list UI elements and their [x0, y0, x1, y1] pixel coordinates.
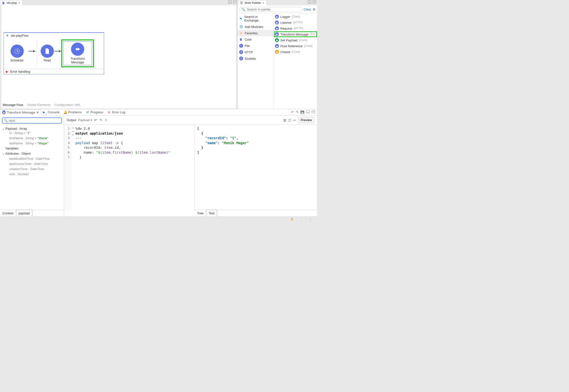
output-target[interactable]: Payload ▾ — [78, 118, 92, 122]
tree-leaf[interactable]: size : Number — [2, 171, 62, 177]
tab-context[interactable]: Context — [0, 210, 16, 217]
view-tab[interactable]: ⇄Progress — [84, 109, 106, 115]
category-label: Search in Exchange.. — [244, 15, 272, 22]
view-tab[interactable]: ▶_Console — [41, 109, 62, 115]
console-icon: ▶_ — [43, 111, 46, 114]
component-sublabel: (Core) — [304, 44, 313, 48]
category-label: HTTP — [245, 50, 253, 54]
http-icon: H — [239, 50, 243, 54]
dw-code-editor[interactable]: 1 2 3 4 5 6 7 ⊖ ⊖ ⊖ %dw 2.0 output appli… — [64, 125, 195, 210]
tree-leaf[interactable]: firstName : String = "Manik" — [2, 136, 62, 141]
palette-component[interactable]: ◆Set Payload (Core) — [274, 37, 317, 43]
palette-category[interactable]: FFile — [238, 42, 274, 49]
palette-tab[interactable]: ☰ Mule Palette ✕ — [238, 0, 267, 5]
separator — [301, 218, 302, 221]
component-transform-message[interactable]: Transform Message — [63, 41, 92, 65]
palette-icon: ☰ — [240, 1, 243, 5]
component-sublabel: (Core) — [299, 38, 307, 42]
palette-component[interactable]: ◆Choice (Core) — [274, 49, 317, 55]
component-icon: ◆ — [275, 38, 279, 42]
tab-tree[interactable]: Tree — [195, 210, 206, 217]
input-search-field[interactable] — [9, 119, 60, 122]
tab-config-xml[interactable]: Configuration XML — [54, 103, 81, 107]
palette-category[interactable]: Add Modules — [238, 24, 274, 30]
tab-message-flow[interactable]: Message Flow — [3, 103, 23, 107]
tm-icon: ◆ — [2, 111, 6, 114]
tm-label-1: Transform — [71, 57, 85, 60]
add-target-icon[interactable]: ≡⁺ — [94, 118, 98, 122]
component-read[interactable]: Read — [39, 44, 56, 62]
tree-node[interactable]: ⌄Attributes : Object — [2, 151, 62, 156]
component-label: Logger — [280, 15, 290, 19]
clear-link[interactable]: Clear — [304, 8, 311, 11]
flow-header[interactable]: ▼ dw-playFlow — [4, 33, 104, 38]
palette-search-input[interactable] — [247, 8, 300, 11]
flow-name: dw-playFlow — [11, 34, 29, 37]
gear-icon[interactable]: ⚙ — [313, 8, 316, 11]
maximize-icon[interactable] — [313, 0, 316, 3]
component-sublabel: (HTTP) — [293, 21, 303, 24]
tree-leaf[interactable]: id : String = "1" — [2, 130, 62, 136]
category-label: Core — [245, 38, 251, 41]
tree-node[interactable]: ⌄Payload : Arrayid : String = "1"firstNa… — [2, 126, 62, 177]
tab-global-elements[interactable]: Global Elements — [27, 103, 50, 107]
view-tab[interactable]: 🔔Problems — [62, 109, 84, 115]
category-label: File — [245, 44, 250, 48]
close-icon[interactable]: ✕ — [36, 111, 39, 114]
palette-component[interactable]: ◆Transform Message (Co — [274, 31, 317, 37]
component-label: Flow Reference — [280, 44, 303, 48]
palette-component[interactable]: ◆Flow Reference (Core) — [274, 43, 317, 49]
flow-container[interactable]: ▼ dw-playFlow Scheduler — [4, 32, 104, 74]
palette-component[interactable]: ◆Listener (HTTP) — [274, 20, 317, 26]
layout-icon-3[interactable]: ▭ — [293, 118, 296, 122]
tree-leaf[interactable]: lastName : String = "Magar" — [2, 141, 62, 146]
tree-leaf[interactable]: creationTime : DateTime — [2, 166, 62, 171]
tab-payload[interactable]: payload — [16, 210, 33, 217]
minimize-icon[interactable] — [228, 0, 232, 3]
menu-dots-icon[interactable]: ⋮ — [309, 218, 312, 221]
layout-icon-1[interactable]: ▥ — [283, 118, 286, 122]
editor-tab-dwplay[interactable]: dw-play ✕ — [0, 0, 23, 5]
tab-label: Error Log — [112, 110, 125, 114]
component-icon: ◆ — [275, 21, 279, 25]
palette-category[interactable]: HHTTP — [238, 49, 274, 55]
flow-canvas[interactable]: ▼ dw-playFlow Scheduler — [1, 5, 237, 109]
palette-category[interactable]: Core — [238, 36, 274, 42]
view-tab[interactable]: ◆Transform Message✕ — [0, 109, 41, 115]
palette-component[interactable]: ◆Request (HTTP) — [274, 26, 317, 31]
expand-icon[interactable]: ▶ — [6, 70, 8, 73]
maximize-icon[interactable] — [233, 0, 237, 3]
layout-icon-2[interactable]: ◫ — [288, 118, 291, 122]
palette-category[interactable]: Search in Exchange.. — [238, 14, 274, 24]
read-label: Read — [44, 59, 51, 62]
palette-category[interactable]: SSockets — [238, 55, 274, 62]
tree-node[interactable]: Variables — [2, 146, 62, 151]
component-icon: ◆ — [275, 27, 279, 30]
preview-button[interactable]: Preview — [298, 117, 315, 123]
edit-icon[interactable]: ✎ — [100, 118, 102, 122]
palette-search[interactable]: 🔍 — [239, 7, 302, 12]
palette-category[interactable]: ★Favorites — [238, 30, 274, 36]
view-tab[interactable]: ⊘Error Log — [106, 109, 128, 115]
deploy-icon[interactable] — [290, 217, 294, 222]
minimize-icon[interactable] — [308, 0, 311, 3]
redo-icon[interactable]: ↷ — [296, 110, 299, 114]
component-label: Listener — [280, 21, 292, 25]
delete-icon[interactable]: 🗑 — [104, 118, 107, 122]
error-handling-section[interactable]: ▶ Error handling — [4, 69, 104, 74]
minimize-icon[interactable] — [306, 110, 310, 113]
component-label: Request — [280, 27, 292, 30]
palette-component[interactable]: ◆Logger (Core) — [274, 14, 317, 20]
maximize-icon[interactable] — [312, 110, 315, 113]
undo-icon[interactable]: ↶ — [291, 110, 294, 114]
close-icon[interactable]: ✕ — [262, 1, 264, 5]
input-search[interactable]: 🔍 — [2, 117, 62, 124]
tree-leaf[interactable]: lastModifiedTime : DateTime — [2, 156, 62, 161]
tab-text[interactable]: Text — [206, 210, 217, 217]
palette-tab-label: Mule Palette — [245, 1, 261, 5]
save-icon[interactable]: 💾 — [300, 110, 304, 114]
close-icon[interactable]: ✕ — [18, 1, 20, 5]
tree-leaf[interactable]: lastAccessTime : DateTime — [2, 161, 62, 166]
component-scheduler[interactable]: Scheduler — [5, 44, 29, 62]
collapse-icon[interactable]: ▼ — [6, 34, 9, 37]
